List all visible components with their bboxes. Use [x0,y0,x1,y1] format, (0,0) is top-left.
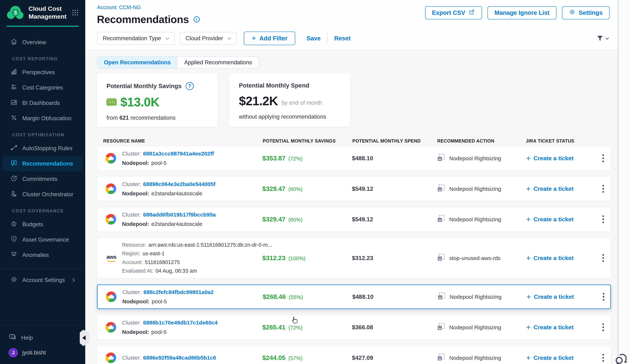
create-ticket-button[interactable]: +Create a ticket [526,185,574,192]
detail-value: e2standar4autoscale [151,221,202,227]
sidebar-item-account-settings[interactable]: Account Settings [0,272,85,289]
sidebar-item-cluster-orchestrator[interactable]: Cluster Orchestrator [0,187,85,202]
cluster-link[interactable]: 688c2fefc84fbdc99801a0a2 [144,289,214,296]
user-menu[interactable]: J jyoti.bisht [0,345,85,364]
question-help-icon[interactable]: ? [186,82,194,90]
cluster-link[interactable]: 68898c064e3e2ba0e544005f [143,181,215,187]
recommendation-type-dropdown[interactable]: Recommendation Type [97,32,174,45]
module-grid-icon[interactable] [71,9,79,16]
info-icon[interactable] [193,15,200,23]
create-ticket-button[interactable]: +Create a ticket [526,216,574,223]
help-button[interactable]: ? Help [0,326,85,345]
recommendation-row[interactable]: Cluster:688c2fefc84fbdc99801a0a2Nodepool… [97,285,611,309]
rightsizing-action-icon [437,253,445,263]
sidebar-item-recommendations[interactable]: Recommendations [2,156,83,172]
tab-open-recommendations[interactable]: Open Recommendations [97,57,177,68]
row-options-kebab-icon[interactable] [600,252,606,264]
content-area: Open RecommendationsApplied Recommendati… [85,50,630,364]
sidebar-item-asset-governance[interactable]: $Asset Governance [0,232,85,247]
savings-cell: $244.05(57%) [262,354,302,362]
row-options-kebab-icon[interactable] [601,291,606,303]
row-options-kebab-icon[interactable] [600,183,606,195]
sidebar-item-bi-dashboards[interactable]: BI Dashboards [0,95,85,111]
detail-value: us-east-1 [142,251,165,257]
detail-value: arn:aws:rds:us-east-1:511616801275:db:zn… [148,242,272,248]
potential-savings-card: Potential Monthly Savings ? $ $13.0K fro… [97,74,218,127]
savings-value: $312.23 [262,254,286,262]
create-ticket-button[interactable]: +Create a ticket [526,324,574,331]
svg-text:$: $ [13,238,15,240]
header-buttons: Export CSVManage Ignore ListSettings [425,6,610,19]
detail-value: pool-5 [152,298,167,305]
row-options-kebab-icon[interactable] [600,214,606,225]
help-label: Help [21,335,33,341]
add-filter-button[interactable]: + Add Filter [244,32,295,45]
row-options-kebab-icon[interactable] [600,352,606,364]
sidebar-item-overview[interactable]: Overview [0,35,85,50]
create-ticket-button[interactable]: +Create a ticket [526,155,574,162]
detail-label: Nodepool: [122,160,149,166]
create-ticket-button[interactable]: +Create a ticket [526,293,574,300]
account-breadcrumb-link[interactable]: Account: CCM-NG [97,4,141,10]
recommendation-row[interactable]: Cluster:6888b1c70e49db17c1de60c4Nodepool… [97,315,611,340]
detail-label: Account: [122,259,143,265]
reset-filter-button[interactable]: Reset [334,35,351,42]
sidebar-item-label: Budgets [22,221,43,228]
sidebar: $ Cloud Cost Management OverviewCOST REP… [0,0,85,364]
recommendation-row[interactable]: Cluster:68898c064e3e2ba0e544005fNodepool… [97,177,611,201]
recommendation-row[interactable]: Cluster:688add6fb019b17f9bccb95aNodepool… [97,207,611,231]
recommendation-row[interactable]: awsResource:arn:aws:rds:us-east-1:511616… [97,238,611,278]
cluster-link[interactable]: 6888b1c70e49db17c1de60c4 [143,320,218,326]
filter-panel-toggle[interactable] [596,34,608,42]
margin-obfuscation-icon [10,114,18,123]
sidebar-item-cost-categories[interactable]: Cost Categories [0,80,85,95]
sidebar-item-anomalies[interactable]: Anomalies [0,247,85,263]
sidebar-nav: OverviewCOST REPORTINGPerspectivesCost C… [0,27,85,263]
sidebar-item-commitments[interactable]: Commitments [0,172,85,187]
resource-detail-line: Cluster:6888b1c70e49db17c1de60c4 [122,320,218,326]
sidebar-item-perspectives[interactable]: Perspectives [0,65,85,80]
collapse-arrow-icon [82,336,86,340]
cluster-link[interactable]: 688add6fb019b17f9bccb95a [143,212,216,218]
home-icon [10,38,18,47]
account-settings-section: Account Settings [0,269,85,289]
recommended-action-cell: Nodepool Rightsizing [437,292,502,302]
help-chat-icon: ? [8,333,17,343]
spend-cell: $312.23 [352,255,373,261]
export-csv-button[interactable]: Export CSV [425,6,482,19]
row-options-kebab-icon[interactable] [600,322,606,333]
row-options-kebab-icon[interactable] [600,153,606,164]
detail-label: Nodepool: [122,221,149,227]
potential-spend-card: Potential Monthly Spend $21.2K by end of… [230,74,350,127]
scrollbar-track[interactable] [618,0,630,364]
cloud-provider-dropdown[interactable]: Cloud Provider [180,32,236,45]
detail-value: pool-5 [151,329,166,335]
detail-label: Evaluated At: [122,268,153,274]
settings-button[interactable]: Settings [562,6,610,19]
create-ticket-button[interactable]: +Create a ticket [526,255,574,261]
chevron-down-icon [166,36,169,40]
savings-cell: $268.46(55%) [263,293,303,300]
recommended-action-cell: Nodepool Rightsizing [437,323,501,332]
action-label: Nodepool Rightsizing [449,355,501,361]
cluster-link[interactable]: 6881a3ccc887941a4ee202ff [143,151,214,157]
svg-text:?: ? [11,335,13,338]
chevron-down-icon [606,36,609,39]
savings-cell: $329.47(60%) [262,185,302,192]
cluster-link[interactable]: 6886e92f59a48cad86b5b1c6 [143,355,216,361]
sidebar-item-autostopping-rules[interactable]: AutoStopping Rules [0,141,85,156]
save-filter-button[interactable]: Save [306,35,321,42]
sidebar-item-margin-obfuscation[interactable]: Margin Obfuscation [0,111,85,126]
sidebar-item-label: Anomalies [22,252,49,258]
recommendation-row[interactable]: Cluster:6881a3ccc887941a4ee202ffNodepool… [97,146,611,171]
tab-applied-recommendations[interactable]: Applied Recommendations [177,57,259,68]
sidebar-item-budgets[interactable]: $Budgets [0,217,85,232]
recommendation-row[interactable]: Cluster:6886e92f59a48cad86b5b1c6$244.05(… [97,346,611,364]
chat-support-icon[interactable] [614,351,629,364]
manage-ignore-list-button[interactable]: Manage Ignore List [488,6,556,19]
rightsizing-action-icon [437,323,445,332]
anomalies-icon [10,251,18,259]
spend-cell: $549.12 [352,185,373,192]
savings-cell: $312.23(100%) [262,254,306,262]
create-ticket-button[interactable]: +Create a ticket [526,355,574,361]
